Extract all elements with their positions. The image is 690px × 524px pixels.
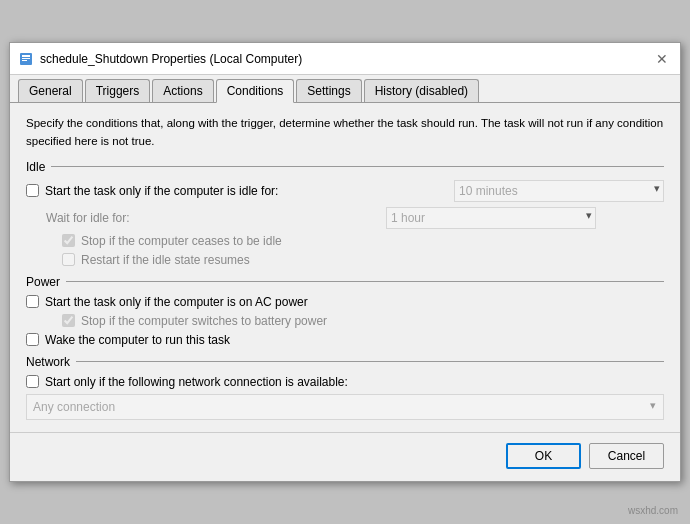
idle-start-checkbox[interactable] bbox=[26, 184, 39, 197]
svg-rect-1 bbox=[22, 55, 30, 57]
stop-idle-text: Stop if the computer ceases to be idle bbox=[81, 234, 282, 248]
tab-general[interactable]: General bbox=[18, 79, 83, 102]
network-start-row: Start only if the following network conn… bbox=[26, 375, 664, 389]
footer: OK Cancel bbox=[10, 432, 680, 481]
battery-text: Stop if the computer switches to battery… bbox=[81, 314, 327, 328]
battery-checkbox[interactable] bbox=[62, 314, 75, 327]
ac-power-text: Start the task only if the computer is o… bbox=[45, 295, 308, 309]
wake-checkbox[interactable] bbox=[26, 333, 39, 346]
power-section-header: Power bbox=[26, 275, 664, 289]
tab-history[interactable]: History (disabled) bbox=[364, 79, 479, 102]
stop-idle-row: Stop if the computer ceases to be idle bbox=[62, 234, 664, 248]
tab-triggers[interactable]: Triggers bbox=[85, 79, 151, 102]
battery-label[interactable]: Stop if the computer switches to battery… bbox=[62, 314, 327, 328]
power-label: Power bbox=[26, 275, 60, 289]
tab-conditions[interactable]: Conditions bbox=[216, 79, 295, 103]
tab-settings[interactable]: Settings bbox=[296, 79, 361, 102]
network-label: Network bbox=[26, 355, 70, 369]
wait-for-label: Wait for idle for: bbox=[46, 211, 386, 225]
network-start-label[interactable]: Start only if the following network conn… bbox=[26, 375, 348, 389]
idle-duration-wrapper: 10 minutes bbox=[454, 180, 664, 202]
description-text: Specify the conditions that, along with … bbox=[26, 115, 664, 150]
restart-idle-label[interactable]: Restart if the idle state resumes bbox=[62, 253, 250, 267]
title-bar-left: schedule_Shutdown Properties (Local Comp… bbox=[18, 51, 302, 67]
network-start-text: Start only if the following network conn… bbox=[45, 375, 348, 389]
ac-power-label[interactable]: Start the task only if the computer is o… bbox=[26, 295, 308, 309]
battery-row: Stop if the computer switches to battery… bbox=[62, 314, 664, 328]
restart-idle-text: Restart if the idle state resumes bbox=[81, 253, 250, 267]
wake-text: Wake the computer to run this task bbox=[45, 333, 230, 347]
idle-start-row: Start the task only if the computer is i… bbox=[26, 180, 664, 202]
window-title: schedule_Shutdown Properties (Local Comp… bbox=[40, 52, 302, 66]
wake-row: Wake the computer to run this task bbox=[26, 333, 664, 347]
network-connection-wrapper: Any connection bbox=[26, 394, 664, 420]
ac-power-row: Start the task only if the computer is o… bbox=[26, 295, 664, 309]
idle-duration-dropdown[interactable]: 10 minutes bbox=[454, 180, 664, 202]
window-icon bbox=[18, 51, 34, 67]
close-button[interactable]: ✕ bbox=[652, 49, 672, 69]
cancel-button[interactable]: Cancel bbox=[589, 443, 664, 469]
wait-for-dropdown[interactable]: 1 hour bbox=[386, 207, 596, 229]
wait-for-row: Wait for idle for: 1 hour bbox=[46, 207, 664, 229]
ac-power-checkbox[interactable] bbox=[26, 295, 39, 308]
stop-idle-checkbox[interactable] bbox=[62, 234, 75, 247]
restart-idle-checkbox[interactable] bbox=[62, 253, 75, 266]
title-bar: schedule_Shutdown Properties (Local Comp… bbox=[10, 43, 680, 75]
network-section-header: Network bbox=[26, 355, 664, 369]
power-divider bbox=[66, 281, 664, 282]
wait-for-wrapper: 1 hour bbox=[386, 207, 596, 229]
idle-start-checkbox-label[interactable]: Start the task only if the computer is i… bbox=[26, 184, 278, 198]
idle-start-label: Start the task only if the computer is i… bbox=[45, 184, 278, 198]
network-divider bbox=[76, 361, 664, 362]
idle-label: Idle bbox=[26, 160, 45, 174]
wake-label[interactable]: Wake the computer to run this task bbox=[26, 333, 230, 347]
content-area: Specify the conditions that, along with … bbox=[10, 103, 680, 432]
tab-actions[interactable]: Actions bbox=[152, 79, 213, 102]
watermark: wsxhd.com bbox=[628, 505, 678, 516]
idle-section-header: Idle bbox=[26, 160, 664, 174]
main-window: schedule_Shutdown Properties (Local Comp… bbox=[9, 42, 681, 482]
restart-idle-row: Restart if the idle state resumes bbox=[62, 253, 664, 267]
ok-button[interactable]: OK bbox=[506, 443, 581, 469]
tab-bar: General Triggers Actions Conditions Sett… bbox=[10, 75, 680, 103]
stop-idle-label[interactable]: Stop if the computer ceases to be idle bbox=[62, 234, 282, 248]
network-start-checkbox[interactable] bbox=[26, 375, 39, 388]
idle-divider bbox=[51, 166, 664, 167]
idle-start-left: Start the task only if the computer is i… bbox=[26, 184, 278, 198]
svg-rect-3 bbox=[22, 60, 27, 61]
svg-rect-2 bbox=[22, 58, 30, 59]
network-connection-dropdown[interactable]: Any connection bbox=[26, 394, 664, 420]
